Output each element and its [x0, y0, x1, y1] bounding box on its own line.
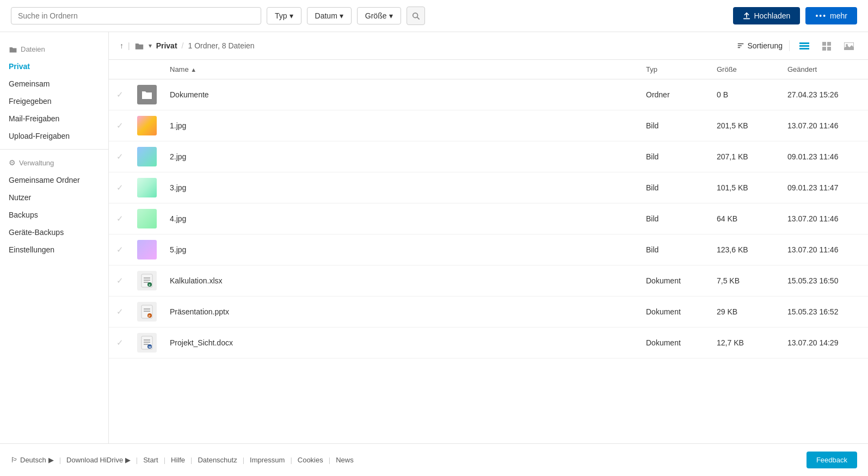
file-size-cell: 101,5 KB	[710, 172, 781, 203]
svg-text:W: W	[149, 345, 151, 349]
file-name-cell[interactable]: Dokumente	[163, 79, 639, 110]
svg-line-1	[417, 17, 419, 20]
sort-button[interactable]: Sortierung	[737, 41, 783, 50]
folder-breadcrumb-icon[interactable]	[134, 41, 144, 51]
upload-icon	[743, 12, 750, 20]
folder-dropdown-button[interactable]: ▾	[149, 42, 152, 50]
flag-icon: 🏳	[11, 456, 18, 464]
file-name-cell[interactable]: 1.jpg	[163, 110, 639, 141]
file-type-cell: Dokument	[639, 265, 710, 296]
sidebar-item-upload-freigaben[interactable]: Upload-Freigaben	[0, 127, 108, 145]
file-name-link[interactable]: 2.jpg	[170, 152, 186, 161]
chevron-down-icon: ▾	[389, 11, 393, 20]
gear-icon: ⚙	[9, 158, 16, 167]
svg-rect-9	[822, 42, 826, 46]
grid-view-button[interactable]	[819, 39, 834, 53]
upload-button[interactable]: Hochladen	[733, 7, 800, 24]
search-button[interactable]	[407, 7, 425, 25]
file-name-link[interactable]: Dokumente	[170, 90, 209, 99]
list-view-button[interactable]	[796, 39, 812, 53]
col-header-name[interactable]: Name ▲	[163, 60, 639, 79]
file-modified-cell: 09.01.23 11:47	[781, 172, 868, 203]
col-header-check	[109, 60, 131, 79]
file-size-cell: 201,5 KB	[710, 110, 781, 141]
file-size-cell: 0 B	[710, 79, 781, 110]
file-name-link[interactable]: 4.jpg	[170, 214, 186, 223]
search-input[interactable]	[11, 7, 261, 24]
feedback-button[interactable]: Feedback	[807, 452, 857, 468]
sidebar-item-nutzer[interactable]: Nutzer	[0, 189, 108, 206]
sidebar-item-backups[interactable]: Backups	[0, 206, 108, 224]
table-row: ✓ 3.jpg Bild 101,5 KB 09.01.23 11:47	[109, 172, 868, 203]
footer-link-hilfe[interactable]: Hilfe	[171, 456, 185, 464]
language-selector[interactable]: 🏳 Deutsch ▶	[11, 456, 54, 464]
row-checkbox-cell[interactable]: ✓	[109, 234, 131, 265]
footer-link-datenschutz[interactable]: Datenschutz	[198, 456, 237, 464]
row-checkbox-cell[interactable]: ✓	[109, 265, 131, 296]
filter-typ-button[interactable]: Typ ▾	[267, 7, 301, 24]
row-checkbox-cell[interactable]: ✓	[109, 110, 131, 141]
file-name-link[interactable]: Projekt_Sicht.docx	[170, 338, 233, 347]
footer-link-news[interactable]: News	[336, 456, 354, 464]
file-type-cell: Bild	[639, 172, 710, 203]
footer-link-cookies[interactable]: Cookies	[298, 456, 323, 464]
col-header-type: Typ	[639, 60, 710, 79]
col-header-modified: Geändert	[781, 60, 868, 79]
view-divider	[789, 40, 790, 51]
sidebar-item-geraete-backups[interactable]: Geräte-Backups	[0, 224, 108, 241]
folder-icon	[134, 42, 144, 50]
sort-arrow-icon: ▲	[190, 66, 196, 73]
footer-link-download-hidrive[interactable]: Download HiDrive ▶	[66, 456, 131, 464]
footer-link-impressum[interactable]: Impressum	[250, 456, 285, 464]
file-type-cell: Bild	[639, 141, 710, 172]
sidebar-item-freigegeben[interactable]: Freigegeben	[0, 92, 108, 110]
more-button[interactable]: ••• mehr	[805, 7, 857, 24]
chevron-down-icon: ▾	[340, 11, 343, 20]
sidebar-item-gemeinsame-ordner[interactable]: Gemeinsame Ordner	[0, 171, 108, 189]
sidebar-divider	[0, 149, 108, 150]
file-name-link[interactable]: 3.jpg	[170, 183, 186, 192]
table-row: ✓ Dokumente Ordner 0 B 27.04.23 15:26	[109, 79, 868, 110]
file-name-link[interactable]: 5.jpg	[170, 245, 186, 254]
footer-link-start[interactable]: Start	[143, 456, 158, 464]
sidebar-item-privat[interactable]: Privat	[0, 58, 108, 75]
svg-rect-8	[799, 48, 809, 50]
file-name-cell[interactable]: 5.jpg	[163, 234, 639, 265]
footer: 🏳 Deutsch ▶ | Download HiDrive ▶ | Start…	[0, 443, 868, 476]
file-name-link[interactable]: Präsentation.pptx	[170, 307, 229, 316]
file-size-cell: 12,7 KB	[710, 327, 781, 358]
filter-groesse-button[interactable]: Größe ▾	[357, 7, 401, 24]
row-checkbox-cell[interactable]: ✓	[109, 327, 131, 358]
filter-datum-button[interactable]: Datum ▾	[307, 7, 352, 24]
navigate-up-button[interactable]: ↑	[120, 41, 124, 50]
file-name-link[interactable]: 1.jpg	[170, 121, 186, 130]
row-checkbox-cell[interactable]: ✓	[109, 296, 131, 327]
row-checkbox-cell[interactable]: ✓	[109, 203, 131, 234]
file-icon-cell: P	[131, 296, 163, 327]
file-modified-cell: 15.05.23 16:50	[781, 265, 868, 296]
file-size-cell: 29 KB	[710, 296, 781, 327]
file-name-cell[interactable]: 2.jpg	[163, 141, 639, 172]
row-checkbox-cell[interactable]: ✓	[109, 79, 131, 110]
file-name-cell[interactable]: Kalkulation.xlsx	[163, 265, 639, 296]
file-name-link[interactable]: Kalkulation.xlsx	[170, 276, 223, 285]
table-row: ✓ P Präsentation.pptx Dokument 29 KB 15.…	[109, 296, 868, 327]
sort-icon	[737, 42, 744, 50]
topbar: Typ ▾ Datum ▾ Größe ▾ Hochladen ••• mehr	[0, 0, 868, 32]
svg-rect-12	[827, 47, 831, 51]
file-name-cell[interactable]: Projekt_Sicht.docx	[163, 327, 639, 358]
file-name-cell[interactable]: 4.jpg	[163, 203, 639, 234]
file-type-cell: Ordner	[639, 79, 710, 110]
file-modified-cell: 13.07.20 11:46	[781, 203, 868, 234]
photo-view-button[interactable]	[841, 39, 857, 53]
sidebar-item-gemeinsam[interactable]: Gemeinsam	[0, 75, 108, 92]
file-name-cell[interactable]: 3.jpg	[163, 172, 639, 203]
file-icon-cell	[131, 110, 163, 141]
table-row: ✓ 5.jpg Bild 123,6 KB 13.07.20 11:46	[109, 234, 868, 265]
row-checkbox-cell[interactable]: ✓	[109, 172, 131, 203]
file-icon-cell	[131, 141, 163, 172]
file-name-cell[interactable]: Präsentation.pptx	[163, 296, 639, 327]
sidebar-item-mail-freigaben[interactable]: Mail-Freigaben	[0, 110, 108, 127]
sidebar-item-einstellungen[interactable]: Einstellungen	[0, 241, 108, 258]
row-checkbox-cell[interactable]: ✓	[109, 141, 131, 172]
